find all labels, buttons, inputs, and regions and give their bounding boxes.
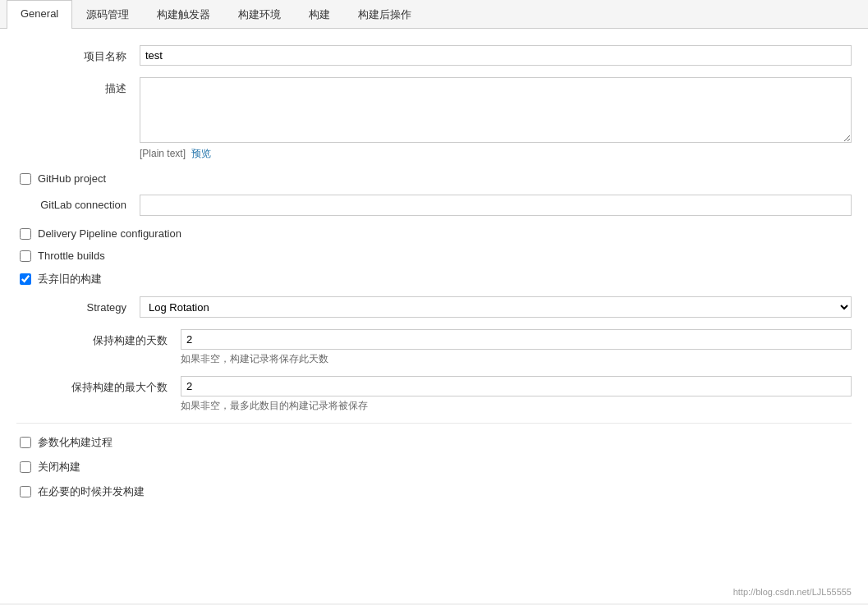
tab-post-build[interactable]: 构建后操作 (344, 0, 425, 29)
discard-old-row: 丢弃旧的构建 (16, 272, 852, 286)
close-build-checkbox[interactable] (20, 461, 31, 473)
gitlab-label: GitLab connection (16, 195, 140, 211)
gitlab-row: GitLab connection (16, 195, 852, 216)
parameterize-label[interactable]: 参数化构建过程 (38, 435, 113, 450)
project-name-row: 项目名称 (16, 45, 852, 66)
preview-link[interactable]: 预览 (191, 148, 211, 159)
divider (16, 423, 852, 424)
throttle-builds-row: Throttle builds (16, 250, 852, 262)
delivery-pipeline-row: Delivery Pipeline configuration (16, 227, 852, 240)
throttle-builds-label[interactable]: Throttle builds (38, 250, 105, 262)
concurrent-build-label[interactable]: 在必要的时候并发构建 (38, 484, 145, 499)
keep-max-input[interactable] (181, 376, 852, 396)
keep-days-row: 保持构建的天数 如果非空，构建记录将保存此天数 (33, 329, 852, 366)
strategy-row: Strategy Log Rotation (33, 296, 852, 318)
tab-bar: General 源码管理 构建触发器 构建环境 构建 构建后操作 (0, 0, 868, 29)
description-textarea[interactable] (140, 77, 852, 143)
keep-days-control: 如果非空，构建记录将保存此天数 (181, 329, 852, 366)
keep-max-row: 保持构建的最大个数 如果非空，最多此数目的构建记录将被保存 (33, 376, 852, 413)
tab-build-environment[interactable]: 构建环境 (224, 0, 295, 29)
project-name-label: 项目名称 (16, 45, 140, 64)
keep-days-label: 保持构建的天数 (33, 329, 181, 348)
keep-max-label: 保持构建的最大个数 (33, 376, 181, 395)
strategy-label: Strategy (33, 301, 140, 314)
concurrent-build-row: 在必要的时候并发构建 (16, 484, 852, 499)
project-name-input[interactable] (140, 45, 852, 66)
tab-source-management[interactable]: 源码管理 (72, 0, 143, 29)
discard-old-checkbox[interactable] (20, 273, 31, 285)
github-project-checkbox[interactable] (20, 173, 31, 185)
throttle-builds-checkbox[interactable] (20, 250, 31, 262)
project-name-control (140, 45, 852, 66)
parameterize-row: 参数化构建过程 (16, 435, 852, 450)
github-project-row: GitHub project (16, 172, 852, 185)
discard-old-label[interactable]: 丢弃旧的构建 (38, 272, 102, 286)
description-control: [Plain text] 预览 (140, 77, 852, 161)
delivery-pipeline-checkbox[interactable] (20, 228, 31, 240)
close-build-row: 关闭构建 (16, 460, 852, 474)
gitlab-input[interactable] (140, 195, 852, 216)
general-content: 项目名称 描述 [Plain text] 预览 GitHub project G… (0, 29, 868, 603)
description-row: 描述 [Plain text] 预览 (16, 77, 852, 161)
watermark: http://blog.csdn.net/LJL55555 (733, 587, 852, 597)
github-project-label[interactable]: GitHub project (38, 172, 106, 185)
keep-days-input[interactable] (181, 329, 852, 350)
close-build-label[interactable]: 关闭构建 (38, 460, 80, 474)
plain-text-label: [Plain text] (140, 148, 186, 159)
delivery-pipeline-label[interactable]: Delivery Pipeline configuration (38, 227, 181, 240)
tab-build-triggers[interactable]: 构建触发器 (143, 0, 224, 29)
keep-max-control: 如果非空，最多此数目的构建记录将被保存 (181, 376, 852, 413)
description-hint: [Plain text] 预览 (140, 147, 852, 161)
concurrent-build-checkbox[interactable] (20, 486, 31, 497)
tab-general[interactable]: General (7, 0, 72, 29)
description-label: 描述 (16, 77, 140, 96)
gitlab-control (140, 195, 852, 216)
keep-days-hint: 如果非空，构建记录将保存此天数 (181, 352, 852, 366)
tab-build[interactable]: 构建 (295, 0, 344, 29)
parameterize-checkbox[interactable] (20, 437, 31, 448)
strategy-select[interactable]: Log Rotation (140, 296, 852, 318)
keep-max-hint: 如果非空，最多此数目的构建记录将被保存 (181, 399, 852, 413)
